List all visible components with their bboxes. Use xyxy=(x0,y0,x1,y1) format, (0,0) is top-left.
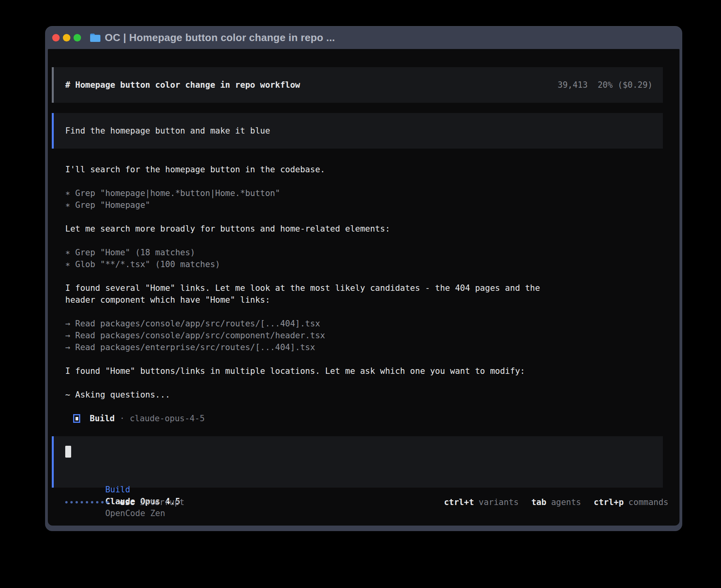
session-token-stats: 39,413 20% ($0.29) xyxy=(558,79,653,91)
progress-dot xyxy=(70,501,73,503)
progress-dot xyxy=(101,501,104,503)
tool-call-line: → Read packages/enterprise/src/routes/[.… xyxy=(65,341,679,353)
blank-line xyxy=(65,377,679,389)
transcript: I'll search for the homepage button in t… xyxy=(48,164,679,424)
desktop-background: { "window": { "title": "OC | Homepage bu… xyxy=(0,0,721,588)
folder-icon xyxy=(90,33,101,42)
keybind-key: tab xyxy=(531,496,546,508)
keybind-hint: ctrl+tvariants xyxy=(444,496,519,508)
assistant-text-line: ~ Asking questions... xyxy=(65,389,679,401)
assistant-text-line: Let me search more broadly for buttons a… xyxy=(65,223,679,235)
user-message-text: Find the homepage button and make it blu… xyxy=(65,125,270,137)
session-header: # Homepage button color change in repo w… xyxy=(52,67,663,103)
keybind-label: variants xyxy=(479,496,519,508)
tool-call-line: ∗ Glob "**/*.tsx" (100 matches) xyxy=(65,258,679,270)
model-row: Build Claude Opus 4.5 OpenCode Zen xyxy=(65,472,663,484)
assistant-text-line: I'll search for the homepage button in t… xyxy=(65,164,679,175)
status-bar-left: esc interrupt xyxy=(65,496,185,508)
keybind-label: agents xyxy=(551,496,581,508)
blank-line xyxy=(65,270,679,282)
progress-dot xyxy=(65,501,68,503)
tool-call-line: → Read packages/console/app/src/routes/[… xyxy=(65,318,679,330)
tool-call-line: ∗ Grep "Home" (18 matches) xyxy=(65,247,679,258)
assistant-text-line: I found several "Home" links. Let me loo… xyxy=(65,282,679,294)
esc-key-hint: esc xyxy=(120,496,135,508)
progress-dot xyxy=(81,501,83,503)
blank-line xyxy=(65,401,679,413)
progress-dots xyxy=(65,501,109,503)
window-title: OC | Homepage button color change in rep… xyxy=(105,32,335,44)
status-bar-keybinds: ctrl+tvariantstabagentsctrl+pcommands xyxy=(431,496,668,508)
tool-call-line: ∗ Grep "Homepage" xyxy=(65,199,679,211)
blank-line xyxy=(65,306,679,318)
close-button[interactable] xyxy=(52,34,60,41)
minimize-button[interactable] xyxy=(63,34,70,41)
blank-line xyxy=(65,211,679,223)
provider-label: OpenCode Zen xyxy=(105,509,165,518)
blank-line xyxy=(65,175,679,187)
blank-line xyxy=(65,235,679,247)
status-bar: esc interrupt ctrl+tvariantstabagentsctr… xyxy=(48,496,679,508)
keybind-key: ctrl+t xyxy=(444,496,474,508)
user-message: Find the homepage button and make it blu… xyxy=(52,113,663,149)
tool-call-line: ∗ Grep "homepage|home.*button|Home.*butt… xyxy=(65,187,679,199)
keybind-hint: ctrl+pcommands xyxy=(594,496,668,508)
text-cursor xyxy=(65,446,71,458)
terminal-window: OC | Homepage button color change in rep… xyxy=(45,26,682,531)
progress-dot xyxy=(86,501,88,503)
zoom-button[interactable] xyxy=(74,34,81,41)
progress-dot xyxy=(96,501,98,503)
build-agent-icon-core xyxy=(75,417,78,420)
keybind-label: commands xyxy=(629,496,668,508)
session-title: # Homepage button color change in repo w… xyxy=(65,79,300,91)
traffic-lights xyxy=(52,34,81,41)
build-agent-icon xyxy=(73,414,80,423)
keybind-hint: tabagents xyxy=(531,496,581,508)
prompt-input[interactable]: Build Claude Opus 4.5 OpenCode Zen xyxy=(52,436,663,488)
keybind-key: ctrl+p xyxy=(594,496,624,508)
progress-dot xyxy=(75,501,78,503)
tool-call-line: → Read packages/console/app/src/componen… xyxy=(65,330,679,341)
progress-dot xyxy=(91,501,93,503)
agent-name: Build xyxy=(90,413,115,424)
assistant-text-line: header component which have "Home" links… xyxy=(65,294,679,306)
blank-line xyxy=(65,353,679,365)
progress-dot xyxy=(106,501,109,503)
agent-model: · claude-opus-4-5 xyxy=(115,413,205,424)
assistant-text-line: I found "Home" buttons/links in multiple… xyxy=(65,365,679,377)
agent-status-line: Build · claude-opus-4-5 xyxy=(65,413,679,424)
esc-key-label: interrupt xyxy=(140,496,185,508)
terminal-content: # Homepage button color change in repo w… xyxy=(48,49,679,526)
agent-mode-label[interactable]: Build xyxy=(105,485,130,494)
window-titlebar: OC | Homepage button color change in rep… xyxy=(45,26,682,49)
